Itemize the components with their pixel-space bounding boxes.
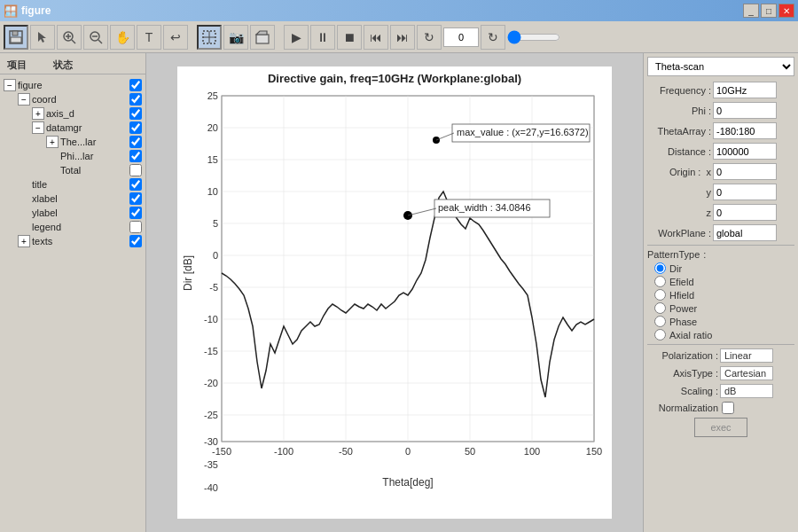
pan-tool[interactable]: ✋ [110,25,135,50]
xlabel-check[interactable] [129,192,142,205]
tree-item-thelar[interactable]: + The...lar [43,135,145,149]
total-check[interactable] [129,164,142,176]
minimize-button[interactable]: _ [743,4,759,18]
svg-text:-40: -40 [204,482,218,493]
maximize-button[interactable]: □ [761,4,777,18]
tree-item-philar[interactable]: Phi...lar [43,149,145,163]
tree-item-ylabel[interactable]: ylabel [14,206,145,220]
close-button[interactable]: ✕ [778,4,794,18]
prev-button[interactable]: ⏮ [364,25,388,50]
thetaarray-field: ThetaArray : [647,122,794,139]
pointer-tool[interactable] [30,25,55,50]
title-check[interactable] [129,178,142,191]
origin-x-input[interactable] [713,163,777,180]
scaling-label: Scaling : [647,386,718,396]
texts-expand[interactable]: + [18,235,30,247]
texts-check[interactable] [129,235,142,247]
radio-axialratio: Axial ratio [654,329,794,340]
svg-marker-15 [256,31,267,35]
refresh2-button[interactable]: ↻ [481,25,505,50]
undo-tool[interactable]: ↩ [163,25,188,50]
save-tool[interactable] [4,25,28,50]
workplane-input[interactable] [713,224,777,241]
origin-z-input[interactable] [713,204,777,221]
ylabel-check[interactable] [129,207,142,219]
next-button[interactable]: ⏭ [390,25,415,50]
datamgr-check[interactable] [129,121,142,134]
pause-button[interactable]: ⏸ [310,25,335,50]
svg-text:-50: -50 [339,446,353,457]
svg-marker-3 [38,32,46,43]
svg-text:100: 100 [524,446,540,457]
stop-button[interactable]: ⏹ [337,25,362,50]
svg-text:-15: -15 [204,346,218,356]
radio-efield-input[interactable] [654,276,666,287]
radio-power-input[interactable] [654,302,666,314]
refresh-button[interactable]: ↻ [417,25,442,50]
exec-button[interactable]: exec [694,418,747,437]
legend-check[interactable] [129,221,142,233]
pattern-type-group: Dir Efield Hfield Power Phase Axial rati… [654,262,794,340]
tree-item-figure[interactable]: − figure [0,78,145,92]
phi-input[interactable] [713,102,777,119]
plot-title: Directive gain, freq=10GHz (Workplane:gl… [177,66,612,87]
radio-dir-input[interactable] [654,262,666,274]
coord-expand[interactable]: − [18,93,30,106]
axistype-value: Cartesian [720,366,773,380]
radio-efield-label: Efield [669,277,694,287]
title-bar-text: 🪟 figure [4,4,51,18]
svg-text:-10: -10 [204,314,218,325]
radio-hfield-input[interactable] [654,289,666,301]
axisd-expand[interactable]: + [32,107,44,120]
frequency-input[interactable] [713,82,777,98]
origin-y-input[interactable] [713,184,777,200]
tree-item-legend[interactable]: legend [14,220,145,234]
scan-dropdown[interactable]: Theta-scan [647,57,794,76]
svg-text:0: 0 [213,250,218,261]
radio-efield: Efield [654,276,794,287]
scaling-value: dB [720,384,773,398]
tree-item-axisd[interactable]: + axis_d [28,106,145,121]
zoom-out-tool[interactable] [83,25,108,50]
normalization-check[interactable] [722,402,734,414]
text-tool[interactable]: T [137,25,161,50]
distance-input[interactable] [713,143,777,160]
axisd-check[interactable] [129,107,142,120]
camera-tool[interactable]: 📷 [223,25,248,50]
figure-expand[interactable]: − [4,79,16,91]
select-area-tool[interactable] [197,25,222,50]
tree-item-texts[interactable]: + texts [14,234,145,248]
svg-text:-150: -150 [212,446,231,457]
zoom-in-tool[interactable] [57,25,82,50]
origin-y-field: y [647,184,794,200]
plot-svg: 25 20 15 10 5 0 -5 -10 -15 -20 -25 -30 -… [177,87,612,504]
coord-check[interactable] [129,93,142,106]
plot-container: Directive gain, freq=10GHz (Workplane:gl… [177,66,612,519]
play-button[interactable]: ▶ [284,25,309,50]
tree-item-datamgr[interactable]: − datamgr [28,121,145,135]
frame-input[interactable]: 0 [443,27,479,47]
tree-item-title[interactable]: title [14,177,145,192]
polarization-value: Linear [720,348,773,363]
left-panel: 项目 状态 − figure − coord + axis_d − datamg… [0,53,146,532]
radio-hfield-label: Hfield [669,290,694,301]
tree-item-xlabel[interactable]: xlabel [14,192,145,206]
radio-phase-input[interactable] [654,316,666,327]
svg-rect-2 [11,37,21,43]
radio-axialratio-input[interactable] [654,329,666,340]
thelar-check[interactable] [129,136,142,148]
radio-axialratio-label: Axial ratio [669,330,712,340]
radio-dir-label: Dir [669,263,682,274]
open-tool[interactable] [250,25,275,50]
tree-item-coord[interactable]: − coord [14,92,145,106]
svg-text:-35: -35 [204,459,218,470]
frame-slider[interactable] [507,31,560,43]
thetaarray-input[interactable] [713,122,777,139]
workplane-field: WorkPlane : [647,224,794,241]
panel-header: 项目 状态 [0,57,145,74]
thelar-expand[interactable]: + [46,136,59,148]
figure-check[interactable] [129,79,142,91]
datamgr-expand[interactable]: − [32,121,44,134]
philar-check[interactable] [129,150,142,162]
tree-item-total[interactable]: Total [43,163,145,177]
